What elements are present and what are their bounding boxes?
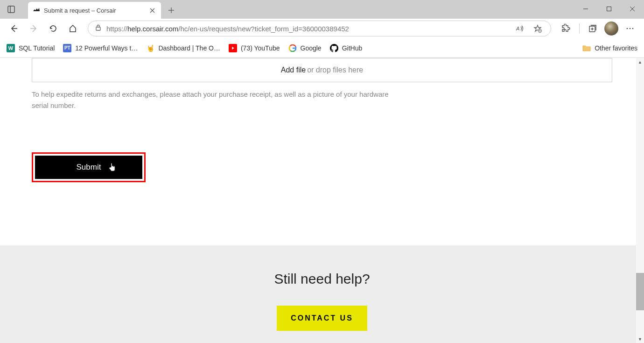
cursor-pointer-icon [109,163,115,173]
other-favorites-label: Other favorites [595,44,637,52]
youtube-icon [229,44,237,52]
scroll-thumb[interactable] [636,273,644,310]
add-file-label: Add file [281,66,306,74]
bookmark-github[interactable]: GitHub [330,44,363,52]
help-footer: Still need help? CONTACT US [0,245,644,343]
upload-help-text: To help expedite returns and exchanges, … [32,89,400,111]
bookmarks-bar: W SQL Tutorial PT 12 Powerful Ways t… 🤘 … [0,38,644,58]
browser-chrome: Submit a request – Corsair [0,0,644,58]
bookmark-label: Dashboard | The O… [158,44,220,52]
bookmark-youtube[interactable]: (73) YouTube [229,44,280,52]
profile-avatar[interactable] [603,20,620,37]
github-icon [330,44,338,52]
submit-label: Submit [77,163,101,172]
google-icon [288,44,297,52]
tab-close-button[interactable] [148,6,156,14]
bookmark-sql[interactable]: W SQL Tutorial [7,44,55,52]
maximize-button[interactable] [597,0,621,18]
bookmark-icon: 🤘 [146,44,154,52]
back-button[interactable] [6,20,22,37]
bookmark-icon: PT [63,44,71,52]
bookmark-google[interactable]: Google [288,44,322,52]
tab-bar: Submit a request – Corsair [0,0,644,19]
corsair-favicon [33,7,40,14]
bookmark-label: GitHub [342,44,363,52]
bookmark-powerful[interactable]: PT 12 Powerful Ways t… [63,44,138,52]
new-tab-button[interactable] [164,3,179,18]
vertical-scrollbar[interactable]: ▲ ▼ [636,58,644,343]
page-content: Add file or drop files here To help expe… [0,58,644,343]
url-text: https://help.corsair.com/hc/en-us/reques… [106,25,509,33]
home-button[interactable] [64,20,81,37]
lock-icon [95,24,102,33]
bookmark-label: Google [301,44,322,52]
tab-title: Submit a request – Corsair [44,7,144,14]
extensions-icon[interactable] [558,20,574,37]
bookmark-label: (73) YouTube [241,44,280,52]
form-area: Add file or drop files here To help expe… [0,58,644,182]
window-controls [574,0,644,18]
tab-actions-button[interactable] [3,1,20,18]
svg-text:A: A [516,26,519,31]
svg-rect-7 [607,7,611,11]
divider [579,23,580,34]
submit-button[interactable]: Submit [35,156,142,179]
read-aloud-icon[interactable]: A [513,22,526,35]
toolbar-right [558,20,638,37]
footer-heading: Still need help? [0,271,644,287]
contact-us-button[interactable]: CONTACT US [277,306,367,331]
bookmark-label: SQL Tutorial [19,44,55,52]
minimize-button[interactable] [574,0,597,18]
favorites-icon[interactable] [531,22,544,35]
scroll-down-arrow[interactable]: ▼ [636,335,644,343]
other-favorites[interactable]: Other favorites [582,44,637,52]
menu-button[interactable] [622,20,638,37]
svg-point-20 [627,28,628,29]
browser-tab[interactable]: Submit a request – Corsair [28,2,161,19]
collections-icon[interactable] [584,20,601,37]
svg-rect-0 [8,6,14,13]
folder-icon [582,44,591,52]
svg-point-22 [632,28,634,29]
bookmark-label: 12 Powerful Ways t… [75,44,138,52]
svg-point-21 [630,28,631,29]
nav-toolbar: https://help.corsair.com/hc/en-us/reques… [0,19,644,38]
scroll-up-arrow[interactable]: ▲ [636,58,644,66]
refresh-button[interactable] [45,20,62,37]
close-window-button[interactable] [621,0,644,18]
file-upload-dropzone[interactable]: Add file or drop files here [32,58,612,82]
address-bar[interactable]: https://help.corsair.com/hc/en-us/reques… [88,21,551,36]
svg-rect-12 [96,27,100,30]
bookmark-dashboard[interactable]: 🤘 Dashboard | The O… [146,44,220,52]
bookmark-icon: W [7,44,15,52]
forward-button[interactable] [25,20,42,37]
or-drop-label: or drop files here [307,66,363,74]
submit-highlight-box: Submit [32,152,146,182]
